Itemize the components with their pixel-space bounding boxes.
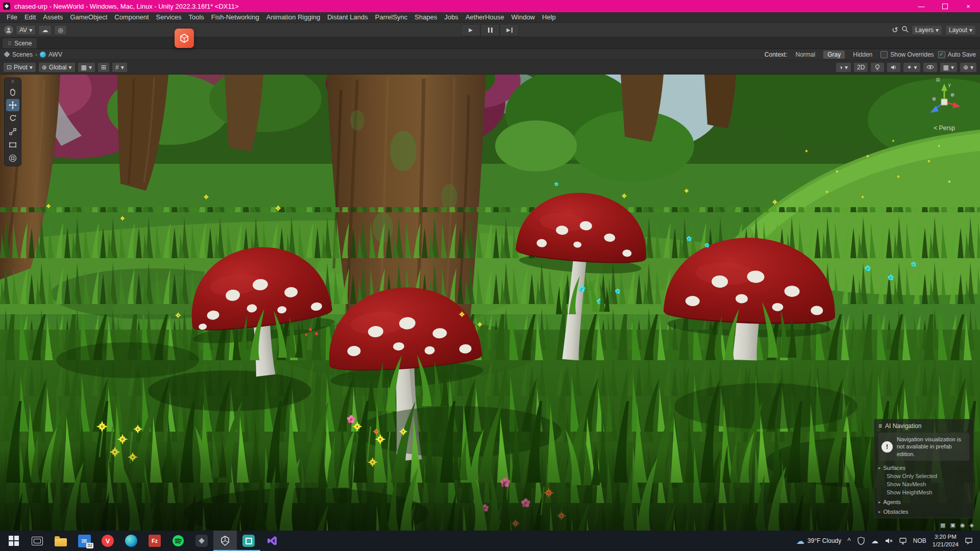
lighting-toggle[interactable] <box>870 62 885 72</box>
visual-studio-app[interactable] <box>260 531 284 551</box>
edge-app[interactable] <box>119 531 143 551</box>
global-dropdown[interactable]: ⊕ Global ▾ <box>38 62 76 72</box>
file-explorer-app[interactable] <box>49 531 72 551</box>
weather-widget[interactable]: ☁ 39°F Cloudy <box>796 536 841 546</box>
unknown-dark-app[interactable] <box>190 531 213 551</box>
rect-tool-button[interactable] <box>6 139 19 151</box>
breadcrumb-scenes[interactable]: Scenes <box>12 51 33 58</box>
pause-button[interactable] <box>480 24 500 36</box>
main-toolbar: AV▾ ☁ ◎ ▶ ▶ ↺ Layers▾ Layout▾ <box>0 23 980 37</box>
audio-toggle[interactable] <box>887 62 901 72</box>
menu-jobs[interactable]: Jobs <box>440 12 461 22</box>
menu-component[interactable]: Component <box>111 12 152 22</box>
vivaldi-app[interactable]: V <box>96 531 119 551</box>
network-icon[interactable] <box>899 537 907 545</box>
unity-editor-app[interactable] <box>213 531 237 551</box>
menu-parrelsync[interactable]: ParrelSync <box>372 12 411 22</box>
snap-increment-button[interactable]: ⊞ <box>97 62 110 72</box>
scale-tool-button[interactable] <box>6 126 19 138</box>
projection-label[interactable]: < Persp <box>934 124 955 132</box>
section-agents[interactable]: ▸ Agents <box>878 499 969 505</box>
breadcrumb-current[interactable]: AWV <box>48 51 62 58</box>
snap-settings-dropdown[interactable]: # ▾ <box>112 62 128 72</box>
target-button[interactable]: ◎ <box>54 25 66 35</box>
context-option-gray[interactable]: Gray <box>823 51 845 59</box>
view-tool-button[interactable] <box>6 86 19 98</box>
layers-dropdown[interactable]: Layers▾ <box>912 25 942 35</box>
history-icon[interactable]: ↺ <box>892 26 898 34</box>
effects-dropdown[interactable]: ✦ ▾ <box>903 62 920 72</box>
start-button[interactable] <box>2 531 26 551</box>
chevron-down-icon: ▾ <box>914 64 917 70</box>
spotify-app[interactable] <box>166 531 190 551</box>
cloud-services-button[interactable]: ☁ <box>38 25 52 35</box>
overlay-toggle-c-icon[interactable]: ◉ <box>960 522 965 529</box>
menu-edit[interactable]: Edit <box>21 12 39 22</box>
mail-app[interactable]: ✉ 32 <box>72 531 96 551</box>
section-obstacles[interactable]: ▸ Obstacles <box>878 509 969 515</box>
menu-services[interactable]: Services <box>153 12 185 22</box>
grid-visibility-dropdown[interactable]: ▦ ▾ <box>78 62 95 72</box>
chevron-down-icon: ▾ <box>970 64 973 70</box>
transform-tool-button[interactable] <box>6 152 19 164</box>
menu-gameobject[interactable]: GameObject <box>66 12 111 22</box>
rotate-tool-button[interactable] <box>6 112 19 124</box>
menu-window[interactable]: Window <box>508 12 538 22</box>
context-option-normal[interactable]: Normal <box>792 51 820 59</box>
toggle-show-heightmesh[interactable]: Show HeightMesh <box>887 489 969 495</box>
filezilla-app[interactable]: Fz <box>143 531 166 551</box>
account-dropdown[interactable]: AV▾ <box>16 25 36 35</box>
toggle-show-navmesh[interactable]: Show NavMesh <box>887 481 969 487</box>
menu-fish-networking[interactable]: Fish-Networking <box>208 12 263 22</box>
orientation-gizmo[interactable]: y < Persp <box>922 79 967 132</box>
volume-muted-icon[interactable] <box>885 537 893 545</box>
pivot-dropdown[interactable]: ⊡ Pivot ▾ <box>3 62 36 72</box>
overlay-toggle-d-icon[interactable]: ◈ <box>970 522 974 529</box>
toggle-show-only-selected[interactable]: Show Only Selected <box>887 473 969 479</box>
tray-expand-chevron[interactable]: ^ <box>847 537 851 544</box>
chevron-down-icon: ▾ <box>29 27 32 33</box>
scene-viewport[interactable]: ⠿ ≡ <box>0 74 980 531</box>
context-option-hidden[interactable]: Hidden <box>849 51 876 59</box>
onedrive-icon[interactable]: ☁ <box>871 537 878 544</box>
show-overrides-toggle[interactable]: Show Overrides <box>880 51 934 58</box>
menu-aetherhouse[interactable]: AetherHouse <box>462 12 508 22</box>
titlebar: chased-urp - NewWorld - Windows, Mac, Li… <box>0 0 980 12</box>
draw-mode-dropdown[interactable]: ◑ ▾ <box>836 62 851 72</box>
auto-save-checkbox[interactable]: ✓ <box>938 51 945 58</box>
menu-tools[interactable]: Tools <box>185 12 207 22</box>
clock[interactable]: 3:20 PM 1/21/2024 <box>933 533 959 548</box>
menu-animation-rigging[interactable]: Animation Rigging <box>263 12 324 22</box>
defender-shield-icon[interactable] <box>857 537 865 545</box>
action-center-icon[interactable] <box>965 537 973 545</box>
show-overrides-checkbox[interactable] <box>880 51 888 58</box>
account-avatar[interactable] <box>4 26 13 35</box>
grid-settings-dropdown[interactable]: ▦ ▾ <box>940 62 958 72</box>
move-tool-button[interactable] <box>6 99 19 111</box>
section-surfaces[interactable]: ▸ Surfaces <box>878 465 969 471</box>
tab-scene[interactable]: ⠿ Scene <box>3 38 37 48</box>
step-button[interactable]: ▶ <box>500 24 519 36</box>
unknown-teal-app[interactable] <box>237 531 260 551</box>
menu-file[interactable]: File <box>3 12 21 22</box>
gizmos-dropdown[interactable]: ⊕ ▾ <box>960 62 977 72</box>
close-button[interactable]: × <box>957 0 980 12</box>
overlay-toggle-b-icon[interactable]: ▣ <box>950 522 955 529</box>
menu-distant-lands[interactable]: Distant Lands <box>324 12 372 22</box>
panel-hamburger-icon[interactable]: ≡ <box>878 422 882 430</box>
hidden-objects-toggle[interactable] <box>923 62 938 72</box>
play-button[interactable]: ▶ <box>461 24 480 36</box>
minimize-button[interactable]: — <box>910 0 933 12</box>
overlay-toggle-a-icon[interactable]: ▦ <box>940 522 945 529</box>
overlay-grip-icon[interactable]: ⠿ <box>11 80 14 85</box>
menu-shapes[interactable]: Shapes <box>411 12 440 22</box>
menu-assets[interactable]: Assets <box>39 12 66 22</box>
language-indicator[interactable]: NOB <box>913 537 926 544</box>
auto-save-toggle[interactable]: ✓ Auto Save <box>938 51 976 58</box>
task-view-button[interactable] <box>26 531 49 551</box>
toggle-2d-button[interactable]: 2D <box>853 62 868 72</box>
search-icon[interactable] <box>901 26 909 35</box>
maximize-button[interactable] <box>933 0 957 12</box>
menu-help[interactable]: Help <box>538 12 559 22</box>
layout-dropdown[interactable]: Layout▾ <box>945 25 976 35</box>
